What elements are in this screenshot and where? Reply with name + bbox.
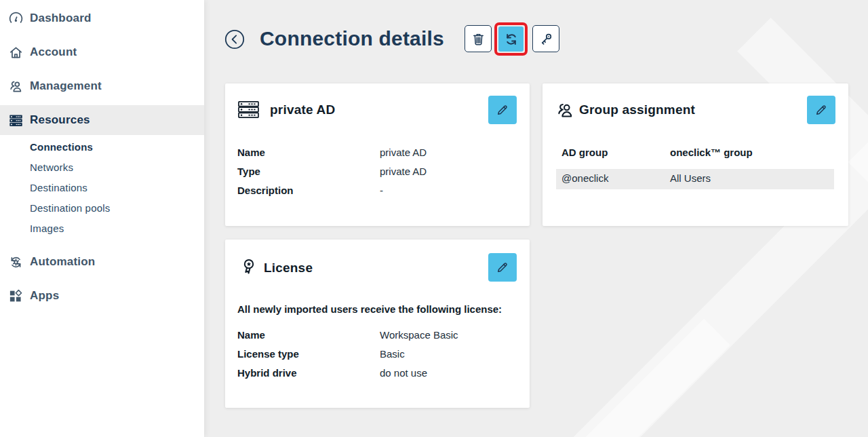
table-row: @oneclick All Users [556,169,834,189]
sidebar-item-images[interactable]: Images [30,221,64,237]
back-button[interactable] [224,29,245,50]
sidebar-item-account[interactable]: Account [0,42,204,62]
sidebar-item-destinations[interactable]: Destinations [30,180,87,196]
sidebar-item-label: Automation [30,255,95,269]
sidebar: Dashboard Account Management [0,0,204,437]
sidebar-item-networks[interactable]: Networks [30,159,73,176]
pencil-icon [495,260,510,275]
sidebar-item-label: Dashboard [30,12,92,25]
sidebar-item-connections[interactable]: Connections [30,139,93,155]
award-ribbon-icon [239,257,258,276]
column-header: AD group [561,147,608,158]
edit-connection-button[interactable] [488,96,517,124]
group-assignment-card: Group assignment AD group oneclick™ grou… [542,83,848,226]
connection-card: private AD Name private AD Type private … [225,83,530,226]
speedometer-icon [8,11,24,26]
license-note: All newly imported users receive the fol… [237,303,502,315]
field-label: Name [237,329,265,341]
field-label: License type [237,348,299,360]
field-label: Description [237,185,294,196]
field-value: private AD [380,147,427,158]
card-title: Group assignment [579,102,695,117]
field-value: Workspace Basic [380,329,458,341]
credentials-button[interactable] [532,25,559,52]
table-cell: All Users [670,172,711,184]
pencil-icon [814,102,829,117]
sidebar-item-label: Resources [30,113,90,127]
home-icon [8,45,24,60]
edit-group-assignment-button[interactable] [807,96,835,124]
sidebar-item-apps[interactable]: Apps [0,286,204,306]
field-label: Name [237,147,265,158]
pencil-icon [495,102,510,117]
trash-icon [471,31,486,47]
key-icon [538,31,554,47]
field-value: - [380,185,383,196]
sidebar-item-management[interactable]: Management [0,76,204,96]
sidebar-item-automation[interactable]: Automation [0,252,204,272]
field-label: Hybrid drive [237,367,297,379]
chevron-left-circle-icon [224,29,245,50]
highlight-box [494,22,528,56]
card-title: License [264,261,313,276]
background-watermark [737,18,868,437]
delete-button[interactable] [465,25,492,52]
sidebar-item-label: Account [30,45,77,59]
card-title: private AD [270,102,335,117]
sidebar-item-dashboard[interactable]: Dashboard [0,8,204,28]
page-title: Connection details [260,27,444,50]
sidebar-item-label: Management [30,79,102,93]
field-value: Basic [380,348,405,360]
sync-arrows-icon [503,31,519,48]
server-rack-icon [8,113,24,128]
sidebar-item-label: Apps [30,289,59,303]
license-card: License All newly imported users receive… [225,240,530,408]
sidebar-item-destination-pools[interactable]: Destination pools [30,200,110,216]
edit-license-button[interactable] [488,253,517,282]
field-label: Type [237,166,260,177]
column-header: oneclick™ group [670,147,753,158]
users-icon [555,100,575,120]
sync-gear-icon [8,254,24,270]
table-cell: @oneclick [561,172,608,184]
refresh-button[interactable] [498,26,524,52]
field-value: do not use [380,367,427,379]
server-rack-icon [237,100,260,119]
field-value: private AD [380,166,427,177]
apps-grid-icon [8,288,24,304]
users-icon [8,79,24,94]
sidebar-item-resources[interactable]: Resources [0,110,204,130]
